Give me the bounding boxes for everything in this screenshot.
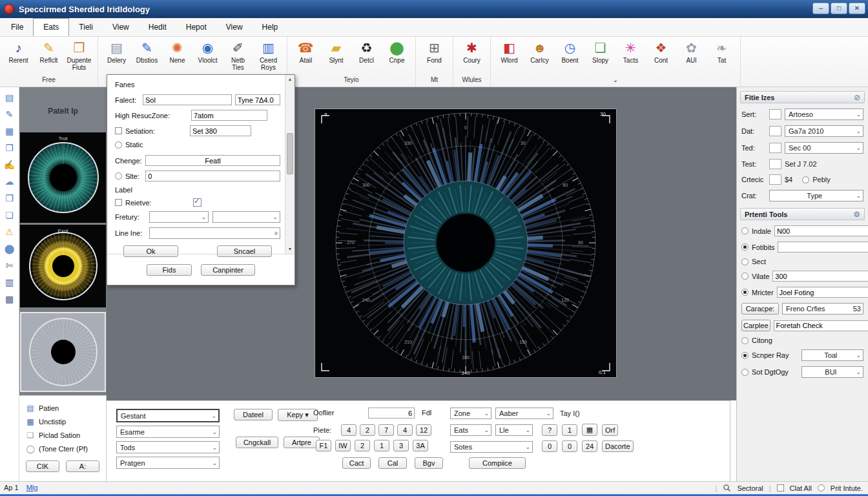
sectoral-label[interactable]: Sectoral xyxy=(737,484,763,492)
scissors-icon[interactable]: ✄ xyxy=(6,260,14,271)
eye-thumbnail-blue[interactable] xyxy=(20,312,106,392)
sert-box[interactable] xyxy=(769,109,781,119)
action-button[interactable]: Cact xyxy=(342,457,371,469)
toolbar-button[interactable]: ✎ Dbstios xyxy=(132,39,162,71)
new-doc-icon[interactable]: ▤ xyxy=(5,92,14,103)
small-value-button[interactable]: 0 xyxy=(542,440,557,452)
circle-slash-icon[interactable]: ⊘ xyxy=(854,93,860,102)
grid-number-button[interactable]: 1 xyxy=(374,440,389,451)
chenge-input[interactable] xyxy=(145,155,280,166)
menu-item[interactable]: View xyxy=(103,18,139,36)
toolbar-button[interactable]: ❐ Dupente Fiuts xyxy=(64,39,94,71)
menu-item[interactable]: Hedit xyxy=(139,18,176,36)
piete-number-button[interactable]: 7 xyxy=(378,424,394,436)
window-control-button[interactable]: □ xyxy=(831,3,847,14)
bottom-select[interactable]: Gestant⌄ xyxy=(116,409,220,422)
section-header-files[interactable]: Fitie Izes ⊘ xyxy=(740,91,865,103)
small-tool-button[interactable]: ? xyxy=(542,424,557,436)
action-button[interactable]: Cal xyxy=(378,457,407,469)
toolbar-button[interactable]: ⊞ Fond xyxy=(419,39,450,64)
edit-icon[interactable]: ✍ xyxy=(4,160,15,170)
grid-number-button[interactable]: 3 xyxy=(393,440,409,451)
vilate-input[interactable] xyxy=(772,271,868,282)
toolbar-group-label[interactable]: Mt xyxy=(419,76,450,86)
scroll-up-icon[interactable]: ▲ xyxy=(285,75,294,84)
image-icon[interactable]: ▦ xyxy=(5,126,14,137)
scroll-down-icon[interactable]: ▼ xyxy=(285,245,294,254)
caracpe-button[interactable]: Caracpe: xyxy=(741,303,779,315)
bottom-select[interactable]: Pratgen⌄ xyxy=(116,457,220,469)
import-image-icon[interactable]: ❐ xyxy=(5,143,14,154)
indale-input[interactable] xyxy=(774,225,868,236)
crtecic-box[interactable] xyxy=(769,174,781,185)
pebly-radio[interactable] xyxy=(802,176,809,183)
grid-number-button[interactable]: 2 xyxy=(355,440,370,451)
toolbar-button[interactable]: ◧ Wlord xyxy=(494,39,524,64)
mricter-radio[interactable] xyxy=(741,289,749,296)
eats-select[interactable]: Eats⌄ xyxy=(450,424,491,436)
menu-item[interactable]: Tieli xyxy=(69,18,103,36)
eye-thumbnail-yellow[interactable]: Exot xyxy=(20,225,106,307)
dat-select[interactable]: Ga7a 2010⌄ xyxy=(785,125,863,137)
list-item[interactable]: ▤ Patien xyxy=(26,401,106,415)
aaber-select[interactable]: Aaber⌄ xyxy=(495,408,553,419)
mricter-input[interactable] xyxy=(777,287,868,298)
folder-search-icon[interactable]: ❏ xyxy=(5,210,14,221)
setiation-input[interactable] xyxy=(190,125,251,136)
toolbar-button[interactable]: ♪ Rerent xyxy=(3,39,34,71)
toolbar-group-label[interactable]: Wlules xyxy=(457,76,487,86)
small-tool-button[interactable]: Orf xyxy=(602,424,618,436)
toolbar-button[interactable]: ✺ Nene xyxy=(162,39,192,71)
canpinter-button[interactable]: Canpinter xyxy=(201,264,255,276)
a-button[interactable]: A: xyxy=(66,460,99,472)
sert-select[interactable]: Artoeso⌄ xyxy=(785,108,863,120)
list-item[interactable]: ◯ (Tone Cterr (Pf) xyxy=(26,442,106,455)
toolbar-group-label[interactable]: Free xyxy=(3,76,94,86)
toolbar-button[interactable]: ☎ Atail xyxy=(291,39,321,64)
eye-thumbnail-teal[interactable]: Trot xyxy=(20,132,106,223)
toolbar-group-label[interactable]: ⌄ xyxy=(494,76,737,86)
bottom-select[interactable]: Tods⌄ xyxy=(116,441,220,453)
ted-box[interactable] xyxy=(769,143,781,153)
scnper-select[interactable]: Toal⌄ xyxy=(801,349,863,361)
toolbar-button[interactable]: ✱ Coury xyxy=(457,39,487,64)
bottom-select[interactable]: Esarme⌄ xyxy=(116,426,220,438)
toolbar-button[interactable]: ✐ Netb Ties xyxy=(223,39,253,71)
small-value-button[interactable]: Dacorte xyxy=(602,440,634,452)
zone-select[interactable]: Zone⌄ xyxy=(450,408,491,419)
scnper-radio[interactable] xyxy=(741,352,749,359)
indale-radio[interactable] xyxy=(741,227,749,234)
crtong-radio[interactable] xyxy=(741,337,749,344)
window-control-button[interactable]: ✕ xyxy=(849,3,865,14)
reietve-checkbox[interactable] xyxy=(193,198,202,207)
falect-input[interactable] xyxy=(143,94,232,105)
setiation-checkbox[interactable] xyxy=(115,127,122,134)
toolbar-button[interactable]: ❧ Tat xyxy=(707,39,737,64)
small-value-button[interactable]: 24 xyxy=(582,440,597,452)
status-link[interactable]: Mlg xyxy=(26,484,38,491)
clat-all-checkbox[interactable] xyxy=(777,484,784,491)
toolbar-button[interactable]: ▥ Ceerd Roys xyxy=(253,39,284,71)
fretury-select-2[interactable]: ⌄ xyxy=(212,211,280,223)
scrollbar-thumb[interactable] xyxy=(287,133,293,174)
reietve-checkbox-left[interactable] xyxy=(115,199,122,206)
ok-button[interactable]: CIK xyxy=(26,460,59,472)
ted-select[interactable]: Sec 00⌄ xyxy=(785,142,863,154)
caracpe-input[interactable]: Freno Crfies 53 xyxy=(782,303,863,315)
carplee-input[interactable] xyxy=(774,320,868,331)
toolbar-group-label[interactable]: Teyio xyxy=(291,76,412,86)
pen-icon[interactable]: ✎ xyxy=(6,109,14,120)
lle-select[interactable]: Lle⌄ xyxy=(495,424,533,436)
chart-grid-icon[interactable]: ▩ xyxy=(5,294,14,305)
blue-ellipse-icon[interactable]: ⬤ xyxy=(5,243,15,254)
save-icon[interactable]: ▥ xyxy=(5,277,14,288)
highres-input[interactable] xyxy=(191,110,267,121)
dialog-scrollbar[interactable]: ▲ ▼ xyxy=(285,75,294,254)
menu-item[interactable]: Help xyxy=(253,18,288,36)
menu-item[interactable]: Eats xyxy=(33,18,69,36)
sect-radio[interactable] xyxy=(741,258,749,265)
grid-number-button[interactable]: IW xyxy=(335,440,351,451)
slte-input[interactable] xyxy=(145,170,280,181)
toolbar-button[interactable]: ◉ Vloolct xyxy=(192,39,223,71)
test-box[interactable] xyxy=(769,159,781,169)
